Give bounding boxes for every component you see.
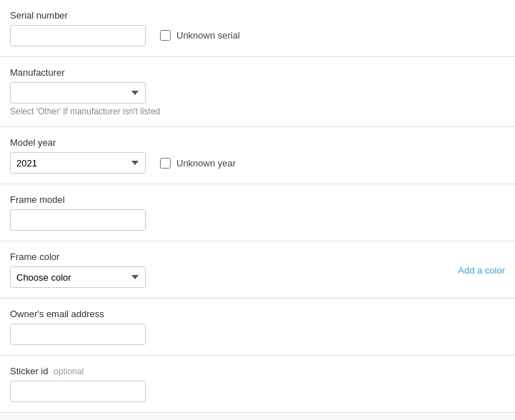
unknown-year-checkbox[interactable] [160, 158, 171, 169]
frame-color-select-wrapper: Choose color Red Blue Green Black White … [10, 266, 146, 288]
model-year-select-wrapper: 2024 2023 2022 2021 2020 2019 2018 2017 … [10, 152, 146, 174]
frame-color-select[interactable]: Choose color Red Blue Green Black White … [10, 266, 146, 288]
add-color-link[interactable]: Add a color [458, 264, 505, 275]
sticker-id-optional: optional [54, 366, 84, 376]
manufacturer-hint: Select 'Other' if manufacturer isn't lis… [10, 106, 505, 116]
model-year-select[interactable]: 2024 2023 2022 2021 2020 2019 2018 2017 … [10, 152, 146, 174]
unknown-year-label: Unknown year [176, 158, 236, 169]
serial-number-section: Serial number Unknown serial [0, 0, 515, 57]
manufacturer-select-wrapper: Trek Giant Specialized Cannondale Scott … [10, 82, 146, 104]
footer-section: Register this Bike Scooter Motorcycle Ot… [0, 413, 515, 420]
sticker-id-input[interactable] [10, 381, 146, 402]
sticker-id-section: Sticker id optional [0, 356, 515, 413]
manufacturer-label: Manufacturer [10, 67, 505, 78]
serial-number-label: Serial number [10, 10, 146, 21]
unknown-serial-label: Unknown serial [176, 30, 240, 41]
model-year-section: Model year 2024 2023 2022 2021 2020 2019… [0, 127, 515, 184]
unknown-year-row: Unknown year [160, 158, 236, 169]
frame-color-label: Frame color [10, 251, 505, 262]
model-year-label: Model year [10, 137, 505, 148]
unknown-serial-checkbox[interactable] [160, 30, 171, 41]
frame-model-section: Frame model [0, 184, 515, 241]
frame-model-input[interactable] [10, 209, 146, 231]
sticker-id-label: Sticker id optional [10, 366, 505, 376]
manufacturer-section: Manufacturer Trek Giant Specialized Cann… [0, 57, 515, 127]
frame-model-label: Frame model [10, 194, 505, 205]
manufacturer-select[interactable]: Trek Giant Specialized Cannondale Scott … [10, 82, 146, 104]
frame-color-section: Frame color Choose color Red Blue Green … [0, 241, 515, 299]
owner-email-input[interactable] [10, 324, 146, 345]
owner-email-label: Owner's email address [10, 309, 505, 319]
serial-number-input[interactable] [10, 25, 146, 46]
owner-email-section: Owner's email address [0, 299, 515, 356]
